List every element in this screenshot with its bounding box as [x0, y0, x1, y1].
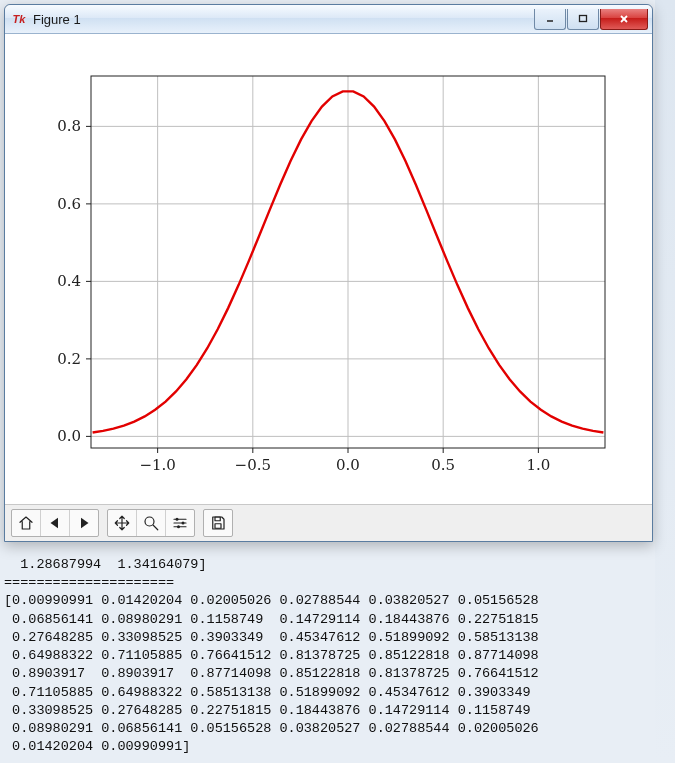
configure-subplots-button[interactable] — [166, 510, 194, 536]
plot-area: −1.0−0.50.00.51.00.00.20.40.60.8 — [5, 34, 652, 504]
tk-icon: Tk — [11, 11, 27, 27]
svg-rect-41 — [215, 524, 221, 529]
matplotlib-toolbar — [5, 504, 652, 541]
svg-text:0.2: 0.2 — [57, 350, 81, 368]
zoom-button[interactable] — [137, 510, 166, 536]
svg-rect-40 — [215, 517, 220, 521]
svg-text:0.0: 0.0 — [336, 456, 360, 474]
pan-button[interactable] — [108, 510, 137, 536]
svg-text:0.8: 0.8 — [57, 117, 81, 135]
console-output: 1.28687994 1.34164079] =================… — [4, 556, 664, 756]
svg-line-36 — [153, 525, 158, 530]
back-button[interactable] — [41, 510, 70, 536]
svg-text:0.4: 0.4 — [57, 272, 81, 290]
svg-text:−0.5: −0.5 — [235, 456, 271, 474]
svg-rect-1 — [580, 16, 587, 22]
forward-button[interactable] — [70, 510, 98, 536]
svg-text:−1.0: −1.0 — [139, 456, 175, 474]
save-button[interactable] — [204, 510, 232, 536]
svg-text:0.6: 0.6 — [57, 195, 81, 213]
home-button[interactable] — [12, 510, 41, 536]
maximize-button[interactable] — [567, 9, 599, 30]
svg-point-38 — [182, 522, 185, 525]
svg-text:0.5: 0.5 — [431, 456, 455, 474]
svg-text:0.0: 0.0 — [57, 427, 81, 445]
titlebar[interactable]: Tk Figure 1 — [5, 5, 652, 34]
window-title: Figure 1 — [33, 12, 533, 27]
svg-text:1.0: 1.0 — [526, 456, 550, 474]
svg-point-35 — [145, 517, 154, 526]
svg-point-37 — [176, 518, 179, 521]
window-buttons — [533, 9, 648, 29]
minimize-button[interactable] — [534, 9, 566, 30]
line-chart[interactable]: −1.0−0.50.00.51.00.00.20.40.60.8 — [13, 46, 643, 496]
figure-window: Tk Figure 1 −1.0−0.50.00.51.00.00.20.40.… — [4, 4, 653, 542]
svg-point-39 — [177, 525, 180, 528]
close-button[interactable] — [600, 9, 648, 30]
